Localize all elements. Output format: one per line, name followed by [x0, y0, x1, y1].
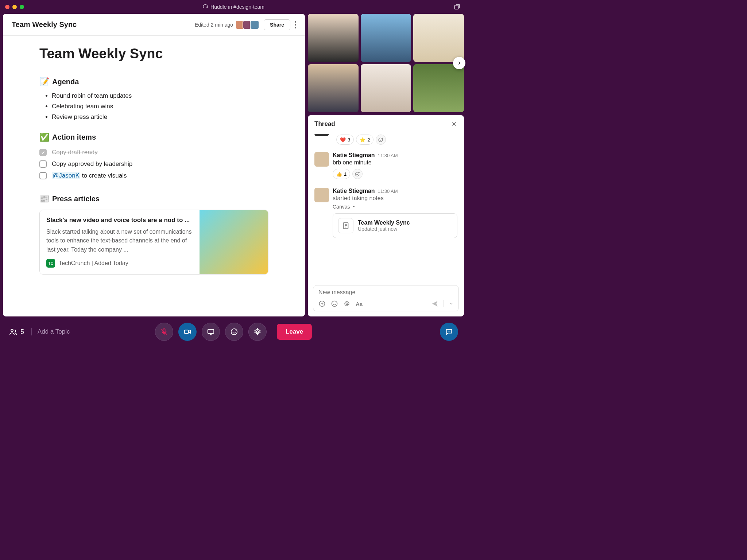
reaction-pill[interactable]: ❤️ 3: [336, 135, 354, 145]
press-heading[interactable]: 📰 Press articles: [39, 194, 268, 204]
mute-button[interactable]: [155, 323, 173, 341]
avatar[interactable]: [314, 152, 329, 167]
action-items-heading[interactable]: ✅ Action items: [39, 133, 268, 142]
add-reaction-button[interactable]: [352, 169, 363, 179]
thread-toggle-button[interactable]: [440, 323, 458, 341]
reactions-bar: 👍 1: [333, 169, 457, 179]
avatar: [314, 134, 329, 136]
popout-icon[interactable]: [454, 4, 460, 10]
share-screen-button[interactable]: [202, 323, 220, 341]
canvas-pane: Team Weekly Sync Edited 2 min ago Share …: [3, 14, 305, 316]
action-item[interactable]: Copy approved by leadership: [39, 158, 268, 170]
titlebar: Huddle in #design-team: [0, 0, 467, 14]
minimize-window-icon[interactable]: [12, 5, 17, 9]
svg-point-14: [231, 329, 237, 335]
format-button[interactable]: Aa: [356, 301, 363, 307]
video-tile[interactable]: [413, 64, 464, 112]
send-options-button[interactable]: [449, 302, 453, 306]
titlebar-title: Huddle in #design-team: [210, 4, 264, 10]
press-card[interactable]: Slack's new video and voice tools are a …: [39, 210, 268, 275]
maximize-window-icon[interactable]: [20, 5, 24, 9]
emoji-button[interactable]: [331, 300, 338, 307]
canvas-body: Team Weekly Sync 📝 Agenda Round robin of…: [3, 36, 305, 316]
reaction-pill[interactable]: 👍 1: [333, 169, 350, 179]
action-list: Copy draft ready Copy approved by leader…: [39, 147, 268, 182]
message: Katie Stiegman 11:30 AM brb one minute 👍…: [314, 149, 457, 182]
video-tile[interactable]: [308, 14, 359, 62]
agenda-heading[interactable]: 📝 Agenda: [39, 77, 268, 86]
checkbox[interactable]: [39, 149, 47, 156]
message-time: 11:30 AM: [378, 188, 398, 194]
message-text: brb one minute: [333, 159, 457, 166]
action-item[interactable]: @JasonK to create visuals: [39, 170, 268, 182]
svg-point-15: [256, 331, 259, 333]
topic-input[interactable]: Add a Topic: [31, 328, 70, 335]
svg-point-8: [332, 301, 337, 307]
leave-button[interactable]: Leave: [277, 324, 312, 340]
canvas-header-title: Team Weekly Sync: [12, 20, 195, 29]
reactions-button[interactable]: [225, 323, 243, 341]
next-page-button[interactable]: [453, 57, 465, 69]
window-controls: [5, 5, 24, 9]
settings-button[interactable]: [248, 323, 267, 341]
video-grid: [308, 14, 464, 112]
canvas-card-subtitle: Updated just now: [358, 226, 410, 232]
user-mention[interactable]: @JasonK: [52, 172, 80, 179]
avatar[interactable]: [314, 188, 329, 202]
thread-pane: Thread You rock pedro! Thank you! ❤️ 3: [308, 115, 464, 316]
avatar: [250, 20, 259, 30]
check-icon: ✅: [39, 133, 49, 142]
canvas-edited-label: Edited 2 min ago: [195, 22, 233, 28]
reaction-pill[interactable]: ⭐ 2: [356, 135, 374, 145]
message-input[interactable]: [318, 289, 453, 296]
checkbox[interactable]: [39, 172, 47, 179]
press-card-desc: Slack started talking about a new set of…: [46, 228, 193, 254]
add-attachment-button[interactable]: [318, 300, 326, 307]
newspaper-icon: 📰: [39, 194, 49, 204]
svg-rect-0: [454, 5, 458, 9]
svg-point-2: [295, 24, 296, 26]
close-window-icon[interactable]: [5, 5, 9, 9]
techcrunch-icon: TC: [46, 259, 55, 268]
press-card-image: [200, 210, 268, 274]
svg-point-1: [295, 21, 296, 23]
canvas-card[interactable]: Team Weekly Sync Updated just now: [333, 213, 457, 238]
thread-title: Thread: [314, 120, 335, 128]
canvas-dropdown[interactable]: Canvas: [333, 204, 457, 210]
message-time: 11:30 AM: [378, 153, 398, 158]
thread-body: You rock pedro! Thank you! ❤️ 3 ⭐ 2: [308, 133, 464, 281]
avatar-stack[interactable]: [237, 20, 259, 30]
list-item[interactable]: Review press article: [52, 112, 268, 122]
close-thread-button[interactable]: [451, 121, 457, 127]
message-text: started taking notes: [333, 195, 457, 202]
huddle-controls-bar: 5 Add a Topic Leave: [0, 316, 467, 347]
video-tile[interactable]: [361, 64, 411, 112]
add-reaction-button[interactable]: [376, 135, 386, 145]
message-composer[interactable]: Aa: [313, 285, 459, 311]
canvas-header: Team Weekly Sync Edited 2 min ago Share: [3, 14, 305, 36]
canvas-card-title: Team Weekly Sync: [358, 219, 410, 226]
send-button[interactable]: [431, 300, 438, 307]
more-menu-button[interactable]: [295, 21, 296, 28]
checkbox[interactable]: [39, 160, 47, 168]
action-item[interactable]: Copy draft ready: [39, 147, 268, 158]
doc-title[interactable]: Team Weekly Sync: [39, 46, 268, 62]
mention-button[interactable]: [343, 300, 351, 307]
list-item[interactable]: Round robin of team updates: [52, 91, 268, 101]
share-button[interactable]: Share: [264, 19, 290, 30]
reactions-bar: ❤️ 3 ⭐ 2: [336, 135, 457, 145]
video-tile[interactable]: [308, 64, 359, 112]
headphones-icon: [202, 4, 208, 10]
message-author[interactable]: Katie Stiegman: [333, 152, 375, 159]
svg-rect-13: [208, 330, 214, 334]
message-author[interactable]: Katie Stiegman: [333, 188, 375, 194]
participants-count[interactable]: 5: [9, 327, 24, 336]
memo-icon: 📝: [39, 77, 49, 86]
video-tile[interactable]: [361, 14, 411, 62]
press-card-title: Slack's new video and voice tools are a …: [46, 217, 193, 224]
press-card-source: TC TechCrunch | Added Today: [46, 259, 193, 268]
video-button[interactable]: [178, 323, 197, 341]
list-item[interactable]: Celebrating team wins: [52, 101, 268, 112]
video-tile[interactable]: [413, 14, 464, 62]
document-icon: [338, 218, 353, 233]
